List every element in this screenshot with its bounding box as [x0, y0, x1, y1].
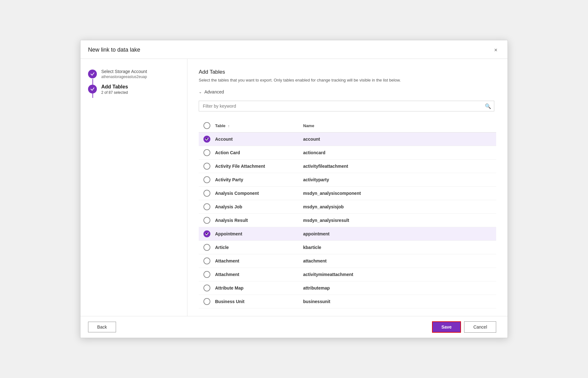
section-description: Select the tables that you want to expor…	[199, 77, 496, 83]
row-checkbox-cell	[199, 244, 215, 251]
table-row[interactable]: Articlekbarticle	[199, 241, 496, 254]
row-name: msdyn_analysisresult	[303, 218, 496, 223]
search-icon-button[interactable]: 🔍	[485, 103, 491, 109]
header-checkbox-cell	[199, 122, 215, 129]
row-table-name: Activity File Attachment	[215, 164, 303, 169]
row-checkbox-cell	[199, 176, 215, 183]
row-name: businessunit	[303, 299, 496, 304]
unchecked-radio-icon[interactable]	[203, 285, 210, 291]
filter-row: 🔍	[199, 101, 496, 111]
unchecked-radio-icon[interactable]	[203, 257, 210, 264]
tables-list: Table ↑ Name AccountaccountAction Cardac…	[199, 119, 496, 308]
save-button[interactable]: Save	[432, 321, 461, 333]
row-table-name: Appointment	[215, 231, 303, 236]
unchecked-radio-icon[interactable]	[203, 271, 210, 278]
row-name: account	[303, 137, 496, 142]
step-1-title: Select Storage Account	[101, 69, 147, 74]
table-row[interactable]: Attachmentactivitymimeattachment	[199, 268, 496, 281]
table-row[interactable]: Appointmentappointment	[199, 227, 496, 241]
table-row[interactable]: Analysis Resultmsdyn_analysisresult	[199, 214, 496, 227]
main-content: Add Tables Select the tables that you wa…	[187, 59, 508, 316]
step-2-icon	[88, 85, 97, 93]
dialog-title: New link to data lake	[88, 47, 140, 53]
row-name: attributemap	[303, 285, 496, 291]
step-1-item: Select Storage Account athenastorageeast…	[88, 69, 180, 79]
unchecked-radio-icon[interactable]	[203, 149, 210, 156]
row-name: activitymimeattachment	[303, 272, 496, 277]
new-link-dialog: New link to data lake × Select Storage A…	[80, 40, 508, 338]
row-table-name: Article	[215, 245, 303, 250]
table-row[interactable]: Accountaccount	[199, 133, 496, 146]
unchecked-radio-icon[interactable]	[203, 190, 210, 197]
step-2-title: Add Tables	[101, 84, 128, 90]
table-row[interactable]: Analysis Componentmsdyn_analysiscomponen…	[199, 187, 496, 200]
table-row[interactable]: Analysis Jobmsdyn_analysisjob	[199, 200, 496, 214]
row-table-name: Activity Party	[215, 177, 303, 182]
row-checkbox-cell	[199, 285, 215, 291]
content-scroll-area[interactable]: Add Tables Select the tables that you wa…	[187, 59, 508, 316]
table-row[interactable]: Activity File Attachmentactivityfileatta…	[199, 160, 496, 173]
search-icon: 🔍	[485, 104, 491, 109]
row-name: kbarticle	[303, 245, 496, 250]
row-checkbox-cell	[199, 136, 215, 143]
filter-input-wrap: 🔍	[199, 101, 494, 111]
unchecked-radio-icon[interactable]	[203, 244, 210, 251]
wizard-sidebar: Select Storage Account athenastorageeast…	[80, 59, 187, 316]
step-1-subtitle: athenastorageeastus2euap	[101, 75, 147, 79]
table-row[interactable]: Action Cardactioncard	[199, 146, 496, 160]
dialog-body: Select Storage Account athenastorageeast…	[80, 59, 508, 316]
row-table-name: Analysis Job	[215, 204, 303, 209]
table-row[interactable]: Attachmentattachment	[199, 254, 496, 268]
row-name: appointment	[303, 231, 496, 236]
row-checkbox-cell	[199, 271, 215, 278]
name-col-header: Name	[303, 123, 496, 128]
dialog-header: New link to data lake ×	[80, 40, 508, 59]
row-table-name: Attachment	[215, 258, 303, 263]
step-2-text: Add Tables 2 of 87 selected	[101, 84, 128, 95]
row-checkbox-cell	[199, 190, 215, 197]
row-name: msdyn_analysisjob	[303, 204, 496, 209]
row-name: actioncard	[303, 150, 496, 155]
back-button[interactable]: Back	[88, 322, 116, 332]
table-row[interactable]: Attribute Mapattributemap	[199, 281, 496, 295]
row-checkbox-cell	[199, 163, 215, 170]
row-table-name: Attribute Map	[215, 285, 303, 291]
unchecked-radio-icon[interactable]	[203, 298, 210, 305]
unchecked-radio-icon[interactable]	[203, 203, 210, 210]
row-name: attachment	[303, 258, 496, 263]
row-name: msdyn_analysiscomponent	[303, 191, 496, 196]
row-name: activityparty	[303, 177, 496, 182]
advanced-label: Advanced	[204, 89, 224, 94]
row-table-name: Action Card	[215, 150, 303, 155]
filter-input[interactable]	[199, 101, 494, 111]
unchecked-radio-icon[interactable]	[203, 176, 210, 183]
table-row[interactable]: Activity Partyactivityparty	[199, 173, 496, 187]
cancel-button[interactable]: Cancel	[464, 321, 496, 333]
checked-radio-icon[interactable]	[203, 230, 210, 237]
close-button[interactable]: ×	[491, 46, 500, 54]
row-checkbox-cell	[199, 257, 215, 264]
row-name: activityfileattachment	[303, 164, 496, 169]
row-checkbox-cell	[199, 149, 215, 156]
select-all-checkbox[interactable]	[203, 122, 210, 129]
advanced-toggle[interactable]: ⌄ Advanced	[199, 89, 496, 94]
section-title: Add Tables	[199, 69, 496, 75]
row-table-name: Analysis Component	[215, 191, 303, 196]
table-row[interactable]: Business Unitbusinessunit	[199, 295, 496, 308]
row-checkbox-cell	[199, 217, 215, 224]
row-checkbox-cell	[199, 298, 215, 305]
row-checkbox-cell	[199, 230, 215, 237]
dialog-footer: Back Save Cancel	[80, 316, 508, 338]
footer-right: Save Cancel	[432, 321, 496, 333]
table-rows-container: AccountaccountAction CardactioncardActiv…	[199, 133, 496, 308]
sort-arrow-icon[interactable]: ↑	[228, 124, 230, 128]
row-table-name: Analysis Result	[215, 218, 303, 223]
table-col-header: Table ↑	[215, 123, 303, 128]
unchecked-radio-icon[interactable]	[203, 163, 210, 170]
step-2-item: Add Tables 2 of 87 selected	[88, 84, 180, 95]
unchecked-radio-icon[interactable]	[203, 217, 210, 224]
row-checkbox-cell	[199, 203, 215, 210]
step-1-icon	[88, 70, 97, 78]
checked-radio-icon[interactable]	[203, 136, 210, 143]
row-table-name: Business Unit	[215, 299, 303, 304]
